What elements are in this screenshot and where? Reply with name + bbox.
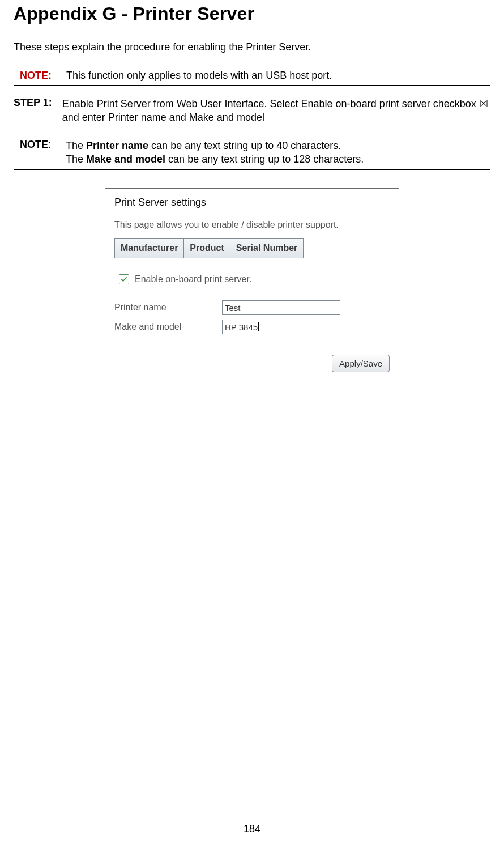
step-1-label: STEP 1: [14, 97, 52, 125]
panel-title: Print Server settings [114, 197, 390, 208]
printer-name-input[interactable] [222, 300, 340, 315]
print-server-settings-panel: Print Server settings This page allows y… [105, 188, 399, 378]
printer-name-label: Printer name [114, 303, 222, 313]
note-2-label: NOTE: [20, 139, 51, 167]
intro-text: These steps explain the procedure for en… [14, 41, 490, 53]
step-1-body: Enable Print Server from Web User Interf… [62, 97, 490, 125]
tab-product[interactable]: Product [184, 238, 230, 258]
tab-serial-number[interactable]: Serial Number [230, 238, 304, 258]
note-2-body: The Printer name can be any text string … [66, 139, 364, 167]
enable-print-server-label: Enable on-board print server. [135, 274, 251, 284]
note-1-text: This function only applies to models wit… [66, 70, 332, 82]
tab-manufacturer[interactable]: Manufacturer [114, 238, 184, 258]
panel-description: This page allows you to enable / disable… [114, 220, 390, 230]
tabs: Manufacturer Product Serial Number [114, 238, 390, 258]
note-box-1: NOTE: This function only applies to mode… [14, 66, 490, 86]
page-number: 184 [0, 823, 504, 835]
text-caret-icon [258, 322, 259, 331]
check-icon [121, 276, 127, 283]
enable-print-server-checkbox[interactable] [119, 274, 129, 284]
note-box-2: NOTE: The Printer name can be any text s… [14, 135, 490, 171]
make-model-label: Make and model [114, 322, 222, 332]
page-title: Appendix G - Printer Server [14, 3, 490, 24]
step-1-row: STEP 1: Enable Print Server from Web Use… [14, 97, 490, 125]
note-1-label: NOTE: [20, 70, 52, 82]
apply-save-button[interactable]: Apply/Save [332, 355, 390, 372]
make-model-input[interactable] [222, 320, 340, 334]
